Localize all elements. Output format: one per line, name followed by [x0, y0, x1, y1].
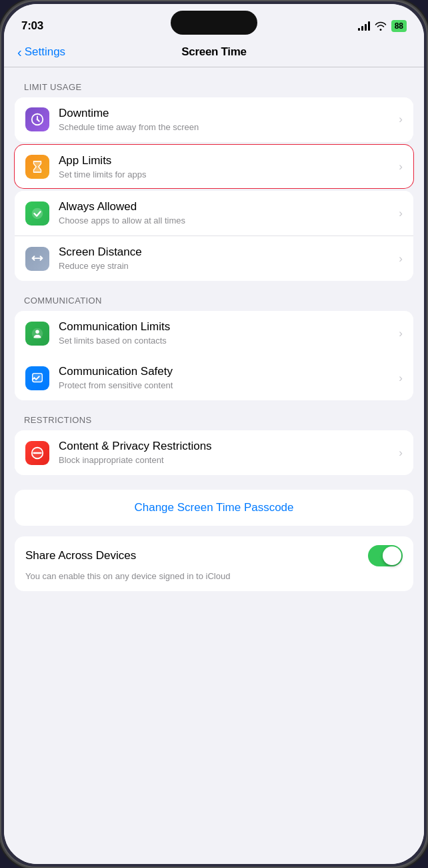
- comm-safety-chevron-icon: ›: [399, 372, 403, 385]
- list-item-content-privacy[interactable]: Content & Privacy Restrictions Block ina…: [15, 430, 413, 475]
- share-card: Share Across Devices You can enable this…: [15, 536, 413, 591]
- passcode-section: Change Screen Time Passcode: [15, 490, 413, 526]
- content-privacy-chevron-icon: ›: [399, 446, 403, 460]
- svg-point-4: [35, 330, 39, 334]
- screen-distance-chevron-icon: ›: [399, 252, 403, 266]
- back-label: Settings: [25, 45, 65, 59]
- app-limits-text: App Limits Set time limits for apps: [59, 153, 393, 179]
- downtime-icon: [25, 107, 49, 131]
- screen-distance-title: Screen Distance: [59, 245, 393, 260]
- dynamic-island: [171, 11, 257, 35]
- comm-limits-subtitle: Set limits based on contacts: [59, 336, 393, 347]
- screen-distance-icon: [25, 247, 49, 271]
- list-item-downtime[interactable]: Downtime Schedule time away from the scr…: [15, 97, 413, 142]
- content-area: LIMIT USAGE Downtime Sched: [4, 67, 424, 864]
- page-title: Screen Time: [181, 45, 247, 59]
- list-item-comm-safety[interactable]: Communication Safety Protect from sensit…: [15, 356, 413, 400]
- screen-distance-text: Screen Distance Reduce eye strain: [59, 245, 393, 272]
- section-header-communication: COMMUNICATION: [4, 296, 424, 311]
- restrictions-card: Content & Privacy Restrictions Block ina…: [15, 430, 413, 475]
- section-limit-usage: LIMIT USAGE Downtime Sched: [4, 82, 424, 281]
- person-circle-icon: [30, 326, 45, 341]
- toggle-knob: [383, 546, 401, 565]
- passcode-button[interactable]: Change Screen Time Passcode: [15, 490, 413, 526]
- chat-shield-icon: [30, 371, 45, 386]
- no-circle-icon: [30, 446, 45, 460]
- comm-limits-chevron-icon: ›: [399, 327, 403, 340]
- share-subtitle: You can enable this on any device signed…: [25, 570, 403, 582]
- comm-limits-text: Communication Limits Set limits based on…: [59, 320, 393, 347]
- share-toggle[interactable]: [368, 545, 403, 566]
- content-privacy-icon: [25, 441, 49, 465]
- hourglass-icon: [30, 159, 45, 174]
- comm-safety-icon: [25, 366, 49, 390]
- app-limits-title: App Limits: [59, 153, 393, 168]
- content-privacy-title: Content & Privacy Restrictions: [59, 439, 393, 454]
- app-limits-icon: [25, 155, 49, 179]
- svg-point-1: [36, 119, 39, 121]
- always-allowed-icon: [25, 201, 49, 226]
- share-label: Share Across Devices: [25, 549, 136, 562]
- app-limits-highlighted-container: App Limits Set time limits for apps ›: [15, 145, 413, 188]
- section-restrictions: RESTRICTIONS Content & Privacy Restricti…: [4, 415, 424, 475]
- section-header-restrictions: RESTRICTIONS: [4, 415, 424, 430]
- downtime-chevron-icon: ›: [399, 113, 403, 126]
- checkmark-icon: [30, 206, 45, 221]
- downtime-title: Downtime: [59, 106, 393, 121]
- clock-icon: [30, 112, 45, 127]
- always-allowed-subtitle: Choose apps to allow at all times: [59, 215, 393, 227]
- list-item-screen-distance[interactable]: Screen Distance Reduce eye strain ›: [15, 236, 413, 281]
- app-limits-chevron-icon: ›: [399, 160, 403, 173]
- status-bar: 7:03 88: [4, 4, 424, 40]
- downtime-card: Downtime Schedule time away from the scr…: [15, 97, 413, 142]
- comm-safety-subtitle: Protect from sensitive content: [59, 380, 393, 392]
- screen-distance-subtitle: Reduce eye strain: [59, 261, 393, 272]
- wifi-icon: [375, 21, 387, 31]
- app-limits-row[interactable]: App Limits Set time limits for apps ›: [15, 145, 413, 188]
- status-time: 7:03: [21, 19, 43, 33]
- always-allowed-text: Always Allowed Choose apps to allow at a…: [59, 199, 393, 227]
- downtime-text: Downtime Schedule time away from the scr…: [59, 106, 393, 133]
- share-row: Share Across Devices: [25, 545, 403, 566]
- list-item-always-allowed[interactable]: Always Allowed Choose apps to allow at a…: [15, 191, 413, 236]
- battery-level: 88: [395, 21, 403, 31]
- comm-limits-title: Communication Limits: [59, 320, 393, 334]
- communication-card: Communication Limits Set limits based on…: [15, 311, 413, 400]
- list-item-app-limits-highlighted[interactable]: App Limits Set time limits for apps ›: [15, 145, 413, 188]
- always-allowed-chevron-icon: ›: [399, 207, 403, 220]
- section-communication: COMMUNICATION Communication Limits: [4, 296, 424, 400]
- svg-point-2: [32, 207, 43, 219]
- content-privacy-text: Content & Privacy Restrictions Block ina…: [59, 439, 393, 466]
- status-icons: 88: [358, 20, 407, 32]
- comm-safety-text: Communication Safety Protect from sensit…: [59, 364, 393, 392]
- nav-bar: ‹ Settings Screen Time: [4, 40, 424, 67]
- list-item-comm-limits[interactable]: Communication Limits Set limits based on…: [15, 311, 413, 356]
- screen: 7:03 88: [4, 4, 424, 864]
- chevron-left-icon: ‹: [17, 45, 22, 59]
- comm-limits-icon: [25, 322, 49, 346]
- battery-icon: 88: [391, 20, 407, 32]
- app-limits-subtitle: Set time limits for apps: [59, 169, 393, 179]
- share-section: Share Across Devices You can enable this…: [15, 536, 413, 591]
- passcode-label: Change Screen Time Passcode: [134, 501, 293, 514]
- always-allowed-title: Always Allowed: [59, 199, 393, 214]
- limit-usage-bottom-card: Always Allowed Choose apps to allow at a…: [15, 191, 413, 281]
- back-button[interactable]: ‹ Settings: [17, 45, 65, 59]
- downtime-subtitle: Schedule time away from the screen: [59, 122, 393, 133]
- comm-safety-title: Communication Safety: [59, 364, 393, 379]
- section-header-limit-usage: LIMIT USAGE: [4, 82, 424, 97]
- signal-bars-icon: [358, 21, 370, 31]
- arrows-icon: [30, 252, 45, 266]
- content-privacy-subtitle: Block inappropriate content: [59, 455, 393, 466]
- phone-shell: 7:03 88: [0, 0, 428, 868]
